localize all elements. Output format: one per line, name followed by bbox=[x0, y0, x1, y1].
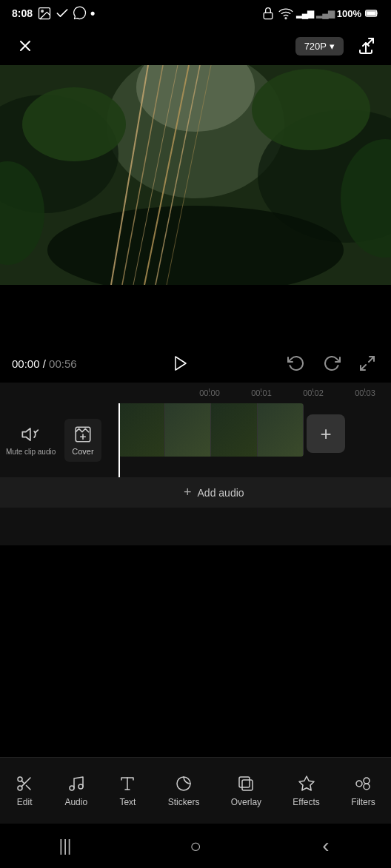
tool-filters[interactable]: Filters bbox=[342, 769, 384, 813]
playback-right-controls bbox=[284, 351, 379, 375]
clip-thumb-4 bbox=[258, 403, 304, 457]
undo-button[interactable] bbox=[284, 351, 308, 375]
clip-thumb-1 bbox=[118, 403, 165, 457]
export-icon bbox=[357, 37, 375, 55]
add-clip-icon: + bbox=[320, 423, 331, 445]
tool-text-label: Text bbox=[119, 797, 136, 807]
quality-arrow: ▾ bbox=[330, 41, 335, 52]
signal-icon2: ▂▄▆ bbox=[316, 8, 334, 18]
tool-effects-label: Effects bbox=[293, 797, 319, 807]
time-display: 00:00 / 00:56 bbox=[12, 357, 77, 370]
status-time: 8:08 • bbox=[12, 6, 95, 21]
status-icons: • bbox=[37, 6, 95, 21]
cover-label: Cover bbox=[72, 447, 93, 456]
fullscreen-button[interactable] bbox=[355, 351, 379, 375]
below-video-area bbox=[0, 285, 391, 344]
svg-point-22 bbox=[22, 87, 126, 161]
svg-point-1 bbox=[41, 10, 44, 12]
svg-marker-29 bbox=[22, 428, 30, 440]
track-scroll[interactable]: + bbox=[118, 403, 391, 477]
add-clip-button[interactable]: + bbox=[307, 414, 345, 453]
check-icon bbox=[55, 6, 70, 21]
add-audio-row[interactable]: + Add audio bbox=[0, 477, 391, 508]
tool-audio-label: Audio bbox=[64, 797, 87, 807]
svg-line-8 bbox=[367, 38, 373, 44]
status-right: ▂▄▆ ▂▄▆ 100% bbox=[261, 6, 379, 21]
mute-label: Mute clip audio bbox=[6, 448, 56, 457]
dot-icon: • bbox=[90, 7, 95, 20]
nav-home-button[interactable]: ○ bbox=[179, 830, 212, 862]
status-bar: 8:08 • ▂▄▆ ▂▄▆ 100% bbox=[0, 0, 391, 27]
jungle-overlay bbox=[0, 65, 391, 285]
timeline-ruler: 00:00 00:01 00:02 00:03 00:0 bbox=[0, 383, 391, 403]
effects-icon bbox=[298, 775, 315, 793]
music-icon bbox=[67, 775, 85, 793]
redo-icon bbox=[323, 354, 341, 372]
tool-edit[interactable]: Edit bbox=[7, 769, 42, 813]
close-button[interactable] bbox=[12, 33, 39, 59]
ruler-mark-0: 00:00 bbox=[184, 388, 235, 397]
svg-marker-26 bbox=[176, 357, 186, 370]
tool-overlay-label: Overlay bbox=[231, 797, 261, 807]
top-bar: 720P ▾ bbox=[0, 27, 391, 65]
ruler-mark-1: 00:01 bbox=[235, 388, 287, 397]
current-time: 00:00 bbox=[12, 357, 40, 370]
tool-edit-label: Edit bbox=[17, 797, 33, 807]
top-right-controls: 720P ▾ bbox=[295, 33, 379, 59]
speaker-icon bbox=[21, 424, 41, 445]
tool-filters-label: Filters bbox=[351, 797, 375, 807]
timeline-container[interactable]: 00:00 00:01 00:02 00:03 00:0 Mute clip a… bbox=[0, 383, 391, 545]
svg-point-3 bbox=[285, 18, 287, 19]
ruler-marks: 00:00 00:01 00:02 00:03 00:0 bbox=[0, 388, 391, 397]
play-button[interactable] bbox=[167, 350, 194, 377]
scissors-icon bbox=[16, 775, 33, 793]
video-clip[interactable] bbox=[118, 403, 304, 457]
total-time: 00:56 bbox=[49, 357, 77, 370]
tool-effects[interactable]: Effects bbox=[284, 769, 328, 813]
svg-rect-2 bbox=[264, 13, 273, 18]
redo-button[interactable] bbox=[320, 351, 344, 375]
time-sep: / bbox=[43, 357, 49, 370]
cover-icon bbox=[73, 425, 93, 444]
battery-icon bbox=[364, 6, 379, 21]
tool-overlay[interactable]: Overlay bbox=[222, 769, 270, 813]
tool-text[interactable]: Text bbox=[110, 769, 145, 813]
playback-center-controls bbox=[167, 350, 194, 377]
playhead bbox=[118, 403, 120, 477]
video-preview bbox=[0, 65, 391, 285]
svg-rect-45 bbox=[239, 777, 250, 787]
svg-line-28 bbox=[361, 365, 366, 370]
svg-line-31 bbox=[35, 430, 38, 433]
nav-home-icon: ○ bbox=[190, 835, 201, 858]
undo-icon bbox=[287, 354, 305, 372]
tool-stickers-label: Stickers bbox=[168, 797, 200, 807]
nav-recent-apps-button[interactable]: ||| bbox=[49, 830, 81, 862]
svg-point-48 bbox=[356, 781, 362, 787]
fullscreen-icon bbox=[358, 354, 376, 372]
nav-back-button[interactable]: ‹ bbox=[310, 830, 342, 862]
quality-button[interactable]: 720P ▾ bbox=[295, 37, 344, 55]
svg-line-27 bbox=[369, 357, 374, 362]
svg-point-23 bbox=[252, 69, 370, 150]
tool-audio[interactable]: Audio bbox=[56, 769, 96, 813]
close-icon bbox=[16, 37, 34, 55]
play-icon bbox=[172, 354, 190, 372]
svg-point-50 bbox=[364, 784, 370, 790]
tool-stickers[interactable]: Stickers bbox=[159, 769, 209, 813]
signal-icon: ▂▄▆ bbox=[296, 8, 314, 18]
nav-back-icon: ‹ bbox=[322, 834, 329, 858]
clip-thumb-3 bbox=[211, 403, 258, 457]
lock-icon bbox=[261, 6, 275, 21]
quality-label: 720P bbox=[304, 41, 327, 52]
svg-rect-5 bbox=[367, 11, 376, 16]
playback-controls: 00:00 / 00:56 bbox=[0, 344, 391, 383]
svg-line-38 bbox=[27, 785, 31, 790]
nav-bar: ||| ○ ‹ bbox=[0, 824, 391, 868]
export-button[interactable] bbox=[352, 33, 379, 59]
cover-button[interactable]: Cover bbox=[64, 419, 101, 462]
svg-line-39 bbox=[21, 781, 24, 784]
svg-point-49 bbox=[364, 778, 370, 784]
mute-clip-button[interactable]: Mute clip audio bbox=[6, 424, 56, 457]
time-display: 8:08 bbox=[12, 7, 33, 19]
photo-icon bbox=[37, 6, 52, 21]
